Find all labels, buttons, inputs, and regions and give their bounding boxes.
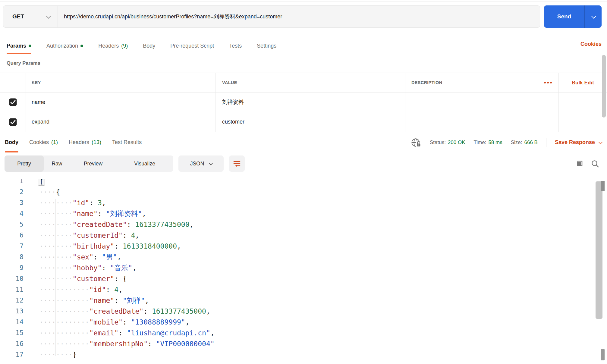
cookies-link[interactable]: Cookies (580, 41, 602, 47)
token-p: : { (114, 275, 127, 283)
line-number: 15 (0, 328, 24, 338)
checkbox-checked-icon (9, 118, 17, 126)
token-p: , (177, 242, 181, 250)
indent-dots: ········ (39, 275, 73, 283)
tab-settings[interactable]: Settings (257, 37, 276, 54)
param-value[interactable]: 刘禅资料 (215, 93, 405, 112)
tab-body[interactable]: Body (143, 37, 155, 54)
param-key[interactable]: expand (26, 112, 215, 132)
code-line-content: ············"id": 4, (24, 284, 123, 295)
response-tab-headers[interactable]: Headers(13) (69, 132, 101, 152)
code-line-content: [ (24, 179, 45, 187)
format-dropdown[interactable]: JSON (178, 155, 224, 172)
line-number: 7 (0, 241, 24, 252)
param-check-cell (0, 93, 26, 112)
top-divider (0, 2, 607, 2)
token-p: : (102, 264, 110, 272)
token-p: , (210, 329, 215, 337)
indent-dots: ········ (39, 210, 73, 218)
status-group: Status: 200 OK (430, 140, 465, 146)
param-key[interactable]: name (26, 93, 215, 112)
response-tab-cookies-count: (1) (51, 139, 58, 146)
code-line-content: ············"email": "liushan@crudapi.cn… (24, 328, 215, 338)
outer-scrollbar-thumb-bottom[interactable] (601, 349, 605, 360)
param-description[interactable] (405, 93, 537, 112)
response-tab-test-results[interactable]: Test Results (112, 132, 142, 152)
chevron-down-icon (598, 140, 602, 144)
view-preview[interactable]: Preview (70, 155, 116, 172)
more-actions-icon[interactable] (544, 82, 552, 83)
time-group: Time: 58 ms (474, 140, 502, 146)
param-checkbox[interactable] (9, 118, 17, 126)
token-s: "VIP000000004" (156, 340, 215, 348)
fold-marker[interactable]: [ (38, 179, 45, 186)
method-selector[interactable]: GET (3, 13, 58, 20)
indent-dots: ········ (39, 231, 73, 239)
tab-pre-request-script[interactable]: Pre-request Script (170, 37, 214, 54)
token-k: "createdDate" (73, 221, 127, 228)
view-raw[interactable]: Raw (44, 155, 70, 172)
header-check-cell (0, 73, 26, 92)
tab-params[interactable]: Params (7, 37, 31, 54)
tab-tests[interactable]: Tests (229, 37, 242, 54)
response-body-editor[interactable]: 1[2····{3········"id": 3,4········"name"… (0, 179, 607, 364)
code-line: 11············"id": 4, (0, 284, 215, 295)
url-input[interactable]: https://demo.crudapi.cn/api/business/cus… (58, 13, 282, 20)
column-header-key: KEY (26, 73, 215, 92)
tab-authorization[interactable]: Authorization (46, 37, 83, 54)
indent-dots: ············ (39, 340, 89, 348)
param-description[interactable] (405, 112, 537, 132)
tab-headers[interactable]: Headers(9) (98, 37, 128, 54)
token-p: : (127, 221, 135, 228)
token-p: : (118, 329, 127, 337)
chevron-down-icon (46, 14, 51, 19)
copy-button[interactable] (575, 159, 584, 168)
view-pretty[interactable]: Pretty (5, 155, 44, 172)
search-button[interactable] (591, 159, 600, 168)
send-dropdown-button[interactable] (585, 5, 602, 28)
status-value: 200 OK (448, 140, 465, 146)
param-checkbox[interactable] (9, 98, 17, 106)
chevron-down-icon (209, 161, 213, 165)
line-number: 1 (0, 179, 24, 187)
outer-scrollbar-thumb-top[interactable] (601, 181, 605, 191)
send-label: Send (544, 5, 584, 28)
token-k: "customerId" (73, 231, 123, 239)
indent-dots: ········ (39, 351, 73, 359)
code-line: 4········"name": "刘禅资料", (0, 208, 215, 219)
code-line: 14············"mobile": "13088889999", (0, 317, 215, 328)
code-line: 7········"birthday": 1613318400000, (0, 241, 215, 252)
indent-dots: ········ (39, 221, 73, 228)
code-line-content: ············"membershipNo": "VIP00000000… (24, 338, 215, 349)
response-tab-cookies[interactable]: Cookies(1) (29, 132, 58, 152)
token-p: , (206, 307, 210, 315)
code-actions (575, 159, 600, 168)
token-p: , (135, 231, 140, 239)
token-n: 4 (114, 286, 118, 293)
line-number: 9 (0, 262, 24, 273)
token-n: 3 (98, 199, 102, 207)
token-k: "createdDate" (89, 307, 143, 315)
params-header-row: KEY VALUE DESCRIPTION Bulk Edit (0, 73, 607, 93)
param-value[interactable]: customer (215, 112, 405, 132)
param-row: name刘禅资料 (0, 93, 607, 112)
more-actions-cell (537, 73, 559, 92)
wrap-line-button[interactable] (229, 155, 245, 172)
token-k: "email" (89, 329, 118, 337)
editor-scrollbar-thumb[interactable] (596, 181, 602, 319)
view-visualize[interactable]: Visualize (116, 155, 173, 172)
param-bulk-cell (559, 93, 607, 112)
chevron-down-icon (591, 14, 596, 19)
save-response-link[interactable]: Save Response (555, 139, 602, 146)
send-button[interactable]: Send (544, 5, 602, 28)
page-scrollbar-thumb[interactable] (602, 55, 606, 118)
token-k: "name" (73, 210, 98, 218)
globe-lock-icon (410, 137, 421, 148)
token-s: "刘禅资料" (106, 210, 142, 218)
method-label: GET (12, 13, 24, 20)
token-n: 4 (131, 231, 135, 239)
response-tab-body[interactable]: Body (5, 132, 18, 152)
line-number: 12 (0, 295, 24, 306)
bulk-edit-link[interactable]: Bulk Edit (572, 80, 594, 86)
token-p: , (145, 297, 149, 304)
